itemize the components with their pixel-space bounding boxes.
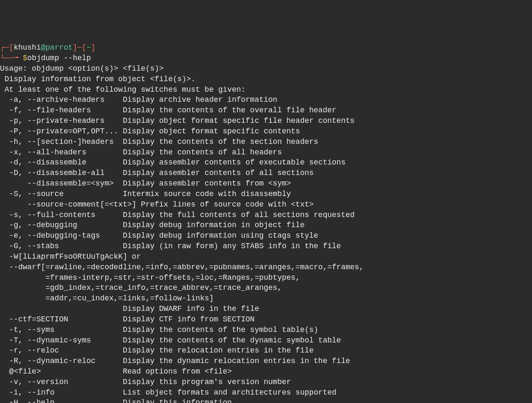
output-line: -s, --full-contents Display the full con…: [0, 210, 532, 220]
output-line: --dwarf[=rawline,=decodedline,=info,=abb…: [0, 262, 532, 273]
output-line: -T, --dynamic-syms Display the contents …: [0, 335, 532, 346]
terminal-window[interactable]: ┌─[khushi@parrot]─[~]└──╼ $objdump --hel…: [0, 42, 532, 403]
output-line: -h, --[section-]headers Display the cont…: [0, 137, 532, 147]
output-line: -S, --source Intermix source code with d…: [0, 189, 532, 199]
prompt-dollar: $: [23, 54, 27, 62]
output-line: -a, --archive-headers Display archive he…: [0, 95, 532, 105]
prompt-line-1: ┌─[khushi@parrot]─[~]: [0, 42, 532, 53]
output-line: Display DWARF info in the file: [0, 304, 532, 314]
output-line: -r, --reloc Display the relocation entri…: [0, 345, 532, 356]
output-line: @<file> Read options from <file>: [0, 366, 532, 377]
output-line: -d, --disassemble Display assembler cont…: [0, 157, 532, 168]
output-line: -x, --all-headers Display the contents o…: [0, 147, 532, 158]
prompt-prefix: └──╼: [0, 54, 23, 62]
output-line: --source-comment[=<txt>] Prefix lines of…: [0, 199, 532, 210]
prompt-at: @: [41, 43, 45, 52]
prompt-host: parrot: [45, 43, 73, 52]
output-line: -f, --file-headers Display the contents …: [0, 105, 532, 116]
prompt-bracket: ]: [91, 43, 96, 52]
output-line: =frames-interp,=str,=str-offsets,=loc,=R…: [0, 273, 532, 283]
output-line: Usage: objdump <option(s)> <file(s)>: [0, 64, 532, 74]
output-line: =addr,=cu_index,=links,=follow-links]: [0, 293, 532, 304]
prompt-bracket: ┌─[: [0, 43, 13, 52]
output-line: =gdb_index,=trace_info,=trace_abbrev,=tr…: [0, 283, 532, 293]
output-line: --disassemble=<sym> Display assembler co…: [0, 178, 532, 189]
output-line: -p, --private-headers Display object for…: [0, 116, 532, 126]
prompt-bracket: ]─[: [73, 43, 86, 52]
output-line: -D, --disassemble-all Display assembler …: [0, 168, 532, 178]
output-line: -G, --stabs Display (in raw form) any ST…: [0, 241, 532, 252]
output-line: Display information from object <file(s)…: [0, 74, 532, 85]
output-line: -W[lLiaprmfFsoORtUuTgAckK] or: [0, 252, 532, 262]
prompt-line-2: └──╼ $objdump --help: [0, 53, 532, 64]
output-line: -H, --help Display this information: [0, 398, 532, 403]
output-line: --ctf=SECTION Display CTF info from SECT…: [0, 314, 532, 325]
terminal-output: Usage: objdump <option(s)> <file(s)> Dis…: [0, 64, 532, 403]
output-line: -t, --syms Display the contents of the s…: [0, 325, 532, 335]
prompt-path: ~: [86, 43, 91, 52]
command-input[interactable]: objdump --help: [27, 54, 91, 62]
prompt-user: khushi: [13, 43, 41, 52]
output-line: -e, --debugging-tags Display debug infor…: [0, 231, 532, 241]
output-line: -v, --version Display this program's ver…: [0, 377, 532, 387]
output-line: At least one of the following switches m…: [0, 85, 532, 95]
output-line: -i, --info List object formats and archi…: [0, 387, 532, 398]
output-line: -g, --debugging Display debug informatio…: [0, 220, 532, 231]
output-line: -R, --dynamic-reloc Display the dynamic …: [0, 356, 532, 366]
output-line: -P, --private=OPT,OPT... Display object …: [0, 126, 532, 137]
